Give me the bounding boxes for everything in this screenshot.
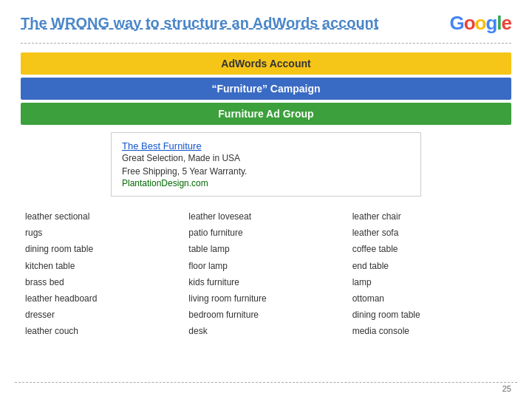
logo-e: e: [502, 13, 511, 33]
list-item: floor lamp: [188, 258, 343, 274]
keywords-col1: leather sectional rugs dining room table…: [21, 208, 184, 340]
list-item: leather sectional: [25, 208, 180, 225]
list-item: leather chair: [352, 208, 507, 225]
list-item: coffee table: [352, 241, 507, 257]
keywords-section: leather sectional rugs dining room table…: [21, 208, 511, 340]
list-item: table lamp: [188, 241, 343, 257]
ad-line1: Great Selection, Made in USA: [122, 151, 410, 165]
list-item: bedroom furniture: [188, 307, 343, 323]
list-item: dining room table: [352, 307, 507, 323]
ad-title[interactable]: The Best Furniture: [122, 140, 410, 151]
logo-o1: o: [464, 13, 475, 33]
keywords-col2: leather loveseat patio furniture table l…: [184, 208, 347, 340]
google-logo: Google: [449, 13, 511, 33]
campaign-bar: “Furniture” Campaign: [21, 78, 511, 100]
header-row: The WRONG way to structure an AdWords ac…: [21, 13, 511, 33]
keywords-list1: leather sectional rugs dining room table…: [25, 208, 180, 340]
logo-o2: o: [475, 13, 486, 33]
list-item: lamp: [352, 274, 507, 290]
account-bar: AdWords Account: [21, 52, 511, 75]
keywords-list2: leather loveseat patio furniture table l…: [188, 208, 343, 340]
logo-g2: g: [485, 13, 497, 33]
list-item: leather sofa: [352, 225, 507, 241]
list-item: rugs: [25, 225, 180, 241]
keywords-col3: leather chair leather sofa coffee table …: [348, 208, 511, 340]
footer-divider: [15, 382, 517, 383]
top-divider: [21, 43, 511, 44]
list-item: ottoman: [352, 290, 507, 307]
ad-group-bar: Furniture Ad Group: [21, 103, 511, 125]
list-item: living room furniture: [188, 290, 343, 307]
list-item: kids furniture: [188, 274, 343, 290]
list-item: kitchen table: [25, 258, 180, 274]
list-item: dining room table: [25, 241, 180, 257]
list-item: media console: [352, 323, 507, 339]
logo-g: G: [449, 13, 463, 33]
slide-container: The WRONG way to structure an AdWords ac…: [0, 0, 532, 399]
ad-line2: Free Shipping, 5 Year Warranty.: [122, 165, 410, 178]
list-item: leather loveseat: [188, 208, 343, 225]
page-number: 25: [502, 384, 511, 393]
list-item: brass bed: [25, 274, 180, 290]
list-item: patio furniture: [188, 225, 343, 241]
list-item: leather headboard: [25, 290, 180, 307]
page-title: The WRONG way to structure an AdWords ac…: [21, 15, 379, 32]
list-item: end table: [352, 258, 507, 274]
keywords-list3: leather chair leather sofa coffee table …: [352, 208, 507, 340]
ad-url[interactable]: PlantationDesign.com: [122, 178, 410, 188]
list-item: leather couch: [25, 323, 180, 339]
list-item: dresser: [25, 307, 180, 323]
list-item: desk: [188, 323, 343, 339]
ad-preview: The Best Furniture Great Selection, Made…: [111, 132, 421, 197]
